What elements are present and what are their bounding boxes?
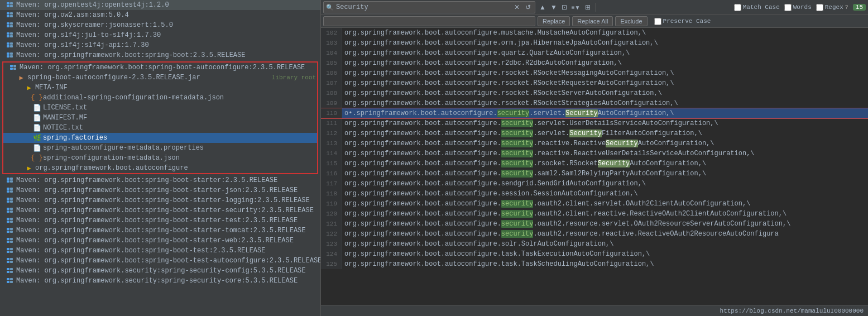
tree-item[interactable]: { }additional-spring-configuration-metad… [3, 93, 317, 103]
maven-icon [6, 176, 15, 185]
match-case-checkbox[interactable] [734, 4, 741, 11]
maven-icon [6, 256, 15, 265]
regex-option[interactable]: Regex ? [816, 4, 848, 11]
refresh-search-button[interactable]: ↺ [524, 2, 533, 12]
tree-item[interactable]: Maven: org.springframework.boot:spring-b… [0, 246, 320, 256]
filter-lines-button[interactable]: ≡▼ [570, 3, 582, 12]
svg-rect-32 [7, 188, 9, 190]
search-match: security [501, 220, 534, 228]
maven-icon [6, 206, 15, 215]
line-content: org.springframework.boot.autoconfigure.s… [342, 138, 868, 149]
search-match-bright: Security [598, 160, 630, 167]
tree-item[interactable]: Maven: org.slf4j:slf4j-api:1.7.30 [0, 40, 320, 50]
line-number: 114 [321, 149, 342, 159]
search-match-bright: Security [565, 109, 598, 117]
line-content: org.springframework.boot.autoconfigure.t… [342, 249, 868, 259]
svg-rect-13 [7, 35, 9, 37]
line-content: org.springframework.boot.autoconfigure.s… [342, 179, 868, 189]
line-number: 110 [321, 108, 342, 118]
line-content: org.springframework.boot.autoconfigure.s… [342, 189, 868, 199]
svg-rect-17 [7, 45, 9, 47]
svg-rect-66 [10, 268, 13, 270]
match-case-option[interactable]: Match Case [734, 4, 780, 11]
tree-item[interactable]: 📄spring-autoconfigure-metadata.propertie… [3, 143, 317, 153]
tree-item[interactable]: Maven: org.springframework.boot:spring-b… [0, 216, 320, 226]
open-in-find-button[interactable]: ⊡ [560, 2, 569, 12]
tree-item[interactable]: Maven: org.springframework.boot:spring-b… [0, 205, 320, 216]
line-content: org.springframework.boot.autoconfigure.r… [342, 78, 868, 88]
words-label: Words [793, 4, 812, 11]
search-input[interactable] [336, 3, 510, 11]
maven-icon [6, 41, 15, 50]
search-match: security [497, 109, 530, 117]
line-content: org.springframework.boot.autoconfigure.s… [342, 199, 868, 209]
preserve-case-checkbox[interactable] [654, 18, 661, 25]
maven-icon [6, 196, 15, 205]
next-match-button[interactable]: ▼ [549, 2, 559, 12]
tree-item[interactable]: Maven: org.opentest4j:opentest4j:1.2.0 [0, 0, 320, 10]
code-editor[interactable]: 102org.springframework.boot.autoconfigur… [321, 28, 868, 305]
replace-input[interactable] [326, 17, 527, 25]
maven-icon [6, 31, 15, 40]
code-line: 103org.springframework.boot.autoconfigur… [321, 38, 868, 48]
code-line: 119org.springframework.boot.autoconfigur… [321, 199, 868, 209]
tree-item[interactable]: ▶org.springframework.boot.autoconfigure [3, 163, 317, 173]
clear-search-button[interactable]: ✕ [512, 2, 521, 12]
svg-rect-19 [10, 45, 13, 47]
tree-label: spring-boot-autoconfigure-2.3.5.RELEASE.… [27, 74, 270, 82]
tree-item[interactable]: Maven: org.springframework.boot:spring-b… [0, 236, 320, 246]
words-option[interactable]: Words [784, 4, 812, 11]
svg-rect-7 [10, 15, 13, 17]
prev-match-button[interactable]: ▲ [538, 2, 548, 12]
tree-item[interactable]: 🌿spring.factories [3, 133, 317, 143]
tree-item[interactable]: 📄LICENSE.txt [3, 103, 317, 113]
maven-icon [6, 276, 15, 285]
replace-button[interactable]: Replace [538, 16, 570, 26]
svg-rect-31 [10, 180, 13, 183]
search-match-bright: Security [569, 130, 602, 137]
tree-label: Maven: org.springframework.boot:spring-b… [16, 51, 319, 59]
tree-item[interactable]: Maven: org.skyscreamer:jsonassert:1.5.0 [0, 20, 320, 30]
tree-item[interactable]: Maven: org.springframework.boot:spring-b… [0, 50, 320, 60]
line-content: org.springframework.boot.autoconfigure.s… [342, 209, 868, 219]
tree-item[interactable]: Maven: org.springframework.boot:spring-b… [0, 175, 320, 185]
file-icon: 📄 [32, 113, 41, 122]
filter-button[interactable]: ⊞ [583, 2, 592, 12]
replace-input-wrapper[interactable] [323, 16, 535, 26]
exclude-button[interactable]: Exclude [615, 16, 647, 26]
svg-rect-55 [10, 241, 13, 243]
tree-item[interactable]: Maven: org.springframework.boot:spring-b… [0, 195, 320, 205]
search-match: security [501, 160, 534, 167]
replace-all-button[interactable]: Replace All [572, 16, 613, 26]
svg-rect-6 [10, 12, 13, 15]
maven-icon [6, 21, 15, 30]
tree-item[interactable]: Maven: org.springframework.security:spri… [0, 266, 320, 276]
code-line: 105org.springframework.boot.autoconfigur… [321, 58, 868, 68]
svg-rect-61 [7, 261, 9, 263]
words-checkbox[interactable] [784, 4, 792, 11]
regex-checkbox[interactable] [816, 4, 823, 11]
search-match: security [501, 210, 534, 218]
tree-item[interactable]: 📄NOTICE.txt [3, 123, 317, 133]
tree-label: LICENSE.txt [43, 104, 316, 112]
svg-rect-67 [10, 271, 13, 273]
svg-rect-16 [7, 42, 9, 45]
search-input-wrapper[interactable]: 🔍 ✕ ↺ [323, 1, 535, 13]
tree-item[interactable]: Maven: org.springframework.boot:spring-b… [3, 63, 317, 73]
tree-item[interactable]: Maven: org.springframework.boot:spring-b… [0, 185, 320, 195]
search-match: security [501, 140, 534, 147]
svg-rect-27 [13, 68, 16, 70]
tree-label: Maven: org.springframework.boot:spring-b… [16, 197, 319, 204]
tree-item[interactable]: Maven: org.springframework.security:spri… [0, 276, 320, 286]
tree-item[interactable]: Maven: org.slf4j:jul-to-slf4j:1.7.30 [0, 30, 320, 40]
tree-item[interactable]: Maven: org.springframework.boot:spring-b… [0, 256, 320, 266]
preserve-case-option[interactable]: Preserve Case [654, 18, 711, 25]
tree-item[interactable]: Maven: org.springframework.boot:spring-b… [0, 226, 320, 236]
tree-item[interactable]: 📄MANIFEST.MF [3, 113, 317, 123]
tree-item[interactable]: ▶spring-boot-autoconfigure-2.3.5.RELEASE… [3, 73, 317, 83]
tree-item[interactable]: Maven: org.ow2.asm:asm:5.0.4 [0, 10, 320, 20]
svg-rect-64 [7, 268, 9, 270]
tree-item[interactable]: ▶META-INF [3, 83, 317, 93]
svg-rect-69 [7, 281, 9, 283]
tree-item[interactable]: { }spring-configuration-metadata.json [3, 153, 317, 163]
